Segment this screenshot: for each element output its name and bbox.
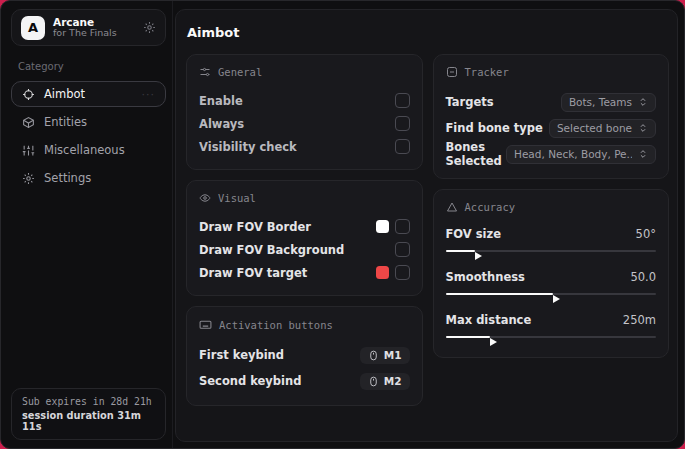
slider-value: 50°: [636, 227, 656, 241]
setting-row: Bones Selected Head, Neck, Body, Pe...: [446, 142, 657, 166]
setting-label: First keybind: [199, 348, 284, 362]
setting-label: Draw FOV target: [199, 266, 307, 280]
scan-icon: [446, 66, 458, 78]
fov-size-group: FOV size 50°: [446, 225, 657, 257]
crosshair-icon: [22, 88, 35, 101]
slider-fill: [446, 250, 475, 252]
card-title-label: Visual: [218, 192, 256, 204]
sidebar-item-miscellaneous[interactable]: Miscellaneous: [11, 137, 166, 163]
setting-label: Find bone type: [446, 121, 543, 135]
max-distance-group: Max distance 250m: [446, 311, 657, 343]
gear-icon: [22, 172, 35, 185]
slider-value: 50.0: [630, 270, 656, 284]
draw-fov-border-checkbox[interactable]: [395, 219, 410, 234]
slider-thumb[interactable]: [553, 295, 560, 303]
setting-label: Draw FOV Background: [199, 243, 344, 257]
setting-row: Draw FOV target: [199, 262, 410, 283]
app-logo: A: [21, 16, 45, 40]
enable-checkbox[interactable]: [395, 93, 410, 108]
chevrons-up-down-icon: [638, 97, 648, 107]
setting-label: Always: [199, 117, 244, 131]
accuracy-card: Accuracy FOV size 50°: [433, 189, 670, 358]
fov-size-slider[interactable]: [446, 245, 657, 257]
brand-text: Arcane for The Finals: [53, 16, 135, 39]
setting-label: Targets: [446, 95, 494, 109]
subscription-info-card: Sub expires in 28d 21h session duration …: [11, 388, 166, 440]
fov-target-color-swatch[interactable]: [376, 266, 389, 279]
setting-label: Enable: [199, 94, 243, 108]
setting-label: Second keybind: [199, 374, 301, 388]
slider-thumb[interactable]: [475, 252, 482, 260]
dropdown-value: Bots, Teams: [569, 96, 632, 108]
fov-border-color-swatch[interactable]: [376, 220, 389, 233]
draw-fov-background-checkbox[interactable]: [395, 242, 410, 257]
max-distance-slider[interactable]: [446, 331, 657, 343]
box-icon: [22, 116, 35, 129]
card-title-label: General: [218, 66, 262, 78]
sub-expiry-text: Sub expires in 28d 21h: [22, 396, 155, 407]
setting-row: Targets Bots, Teams: [446, 90, 657, 114]
slider-value: 250m: [623, 313, 656, 327]
smoothness-slider[interactable]: [446, 288, 657, 300]
sidebar-item-aimbot[interactable]: Aimbot ···: [11, 81, 166, 107]
page-title: Aimbot: [187, 25, 669, 40]
setting-row: Draw FOV Background: [199, 239, 410, 260]
mouse-icon: [368, 350, 379, 361]
setting-row: First keybind M1: [199, 343, 410, 367]
second-keybind-button[interactable]: M2: [360, 373, 410, 390]
main-panel: Aimbot General Enable Alw: [175, 9, 678, 442]
session-duration-text: session duration 31m 11s: [22, 410, 155, 432]
brand-gear-icon[interactable]: [143, 21, 156, 34]
eye-icon: [199, 192, 211, 204]
setting-row: Visibility check: [199, 136, 410, 157]
smoothness-group: Smoothness 50.0: [446, 268, 657, 300]
dropdown-value: Selected bone: [557, 122, 632, 134]
setting-row: Find bone type Selected bone: [446, 116, 657, 140]
bones-selected-dropdown[interactable]: Head, Neck, Body, Pe...: [506, 145, 656, 164]
sidebar: A Arcane for The Finals Category Aimbot …: [1, 1, 173, 448]
sidebar-item-label: Miscellaneous: [44, 143, 125, 157]
slider-fill: [446, 293, 553, 295]
app-subtitle: for The Finals: [53, 28, 135, 39]
setting-row: Always: [199, 113, 410, 134]
setting-row: Draw FOV Border: [199, 216, 410, 237]
dropdown-value: Head, Neck, Body, Pe...: [514, 148, 632, 160]
sidebar-item-label: Aimbot: [44, 87, 85, 101]
sidebar-item-entities[interactable]: Entities: [11, 109, 166, 135]
setting-label: Draw FOV Border: [199, 220, 311, 234]
draw-fov-target-checkbox[interactable]: [395, 265, 410, 280]
visual-card: Visual Draw FOV Border Draw FOV Backgrou…: [186, 180, 423, 296]
first-keybind-button[interactable]: M1: [360, 347, 410, 364]
tune-icon: [199, 66, 211, 78]
app-window: A Arcane for The Finals Category Aimbot …: [0, 0, 685, 449]
sliders-icon: [22, 144, 35, 157]
mouse-icon: [368, 376, 379, 387]
general-card: General Enable Always Visibility check: [186, 54, 423, 170]
always-checkbox[interactable]: [395, 116, 410, 131]
left-column: General Enable Always Visibility check: [186, 54, 423, 406]
category-label: Category: [18, 61, 166, 72]
setting-row: Second keybind M2: [199, 369, 410, 393]
activation-card: Activation buttons First keybind M1 Seco…: [186, 306, 423, 406]
setting-label: Smoothness: [446, 270, 525, 284]
sidebar-item-label: Settings: [44, 171, 91, 185]
card-title-label: Activation buttons: [219, 319, 333, 331]
keybind-value: M1: [384, 349, 402, 361]
tracker-card: Tracker Targets Bots, Teams Find bone ty…: [433, 54, 670, 179]
card-title-label: Tracker: [465, 66, 509, 78]
chevrons-up-down-icon: [638, 149, 648, 159]
targets-dropdown[interactable]: Bots, Teams: [561, 93, 656, 112]
chevrons-up-down-icon: [638, 123, 648, 133]
slider-thumb[interactable]: [490, 338, 497, 346]
setting-label: Visibility check: [199, 140, 297, 154]
visibility-check-checkbox[interactable]: [395, 139, 410, 154]
card-title-label: Accuracy: [465, 201, 516, 213]
setting-label: FOV size: [446, 227, 502, 241]
right-column: Tracker Targets Bots, Teams Find bone ty…: [433, 54, 670, 358]
sidebar-item-hint: ···: [142, 88, 156, 101]
brand-card: A Arcane for The Finals: [11, 9, 166, 46]
find-bone-type-dropdown[interactable]: Selected bone: [549, 119, 656, 138]
setting-label: Bones Selected: [446, 140, 507, 168]
sidebar-item-settings[interactable]: Settings: [11, 165, 166, 191]
setting-label: Max distance: [446, 313, 532, 327]
